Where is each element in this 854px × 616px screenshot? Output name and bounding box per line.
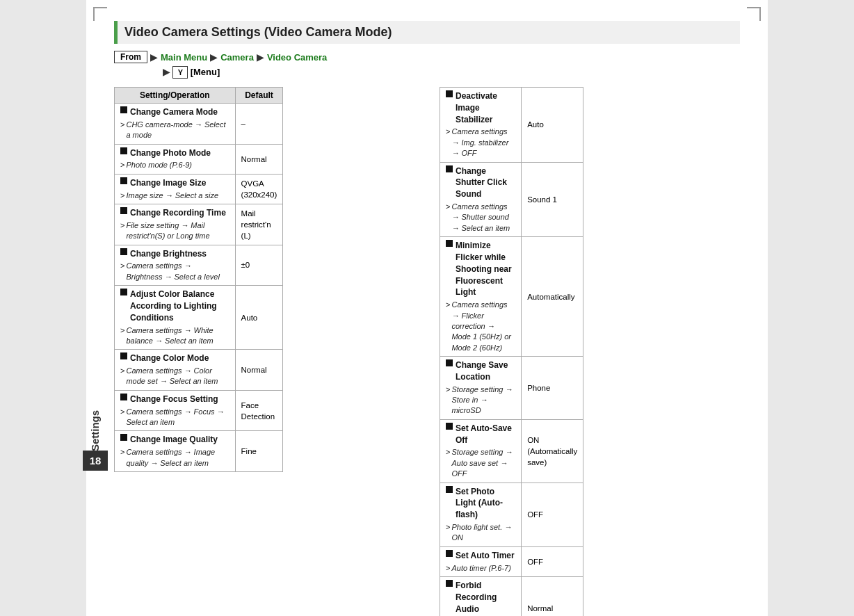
bullet-icon <box>120 177 127 184</box>
breadcrumb-video-camera: Video Camera <box>267 52 327 63</box>
setting-title: Set Auto-Save Off <box>456 423 515 446</box>
path-text: Camera settings → Color mode set → Selec… <box>126 366 229 387</box>
setting-path: >Camera settings → White balance → Selec… <box>120 325 229 347</box>
breadcrumb-menu-label: [Menu] <box>191 67 220 77</box>
path-arrow: > <box>446 563 450 574</box>
breadcrumb-arrow-3: ▶ <box>257 51 264 63</box>
path-text: Camera settings → Flicker correction → M… <box>451 300 515 353</box>
breadcrumb-main-menu: Main Menu <box>161 52 207 63</box>
setting-row-title: Adjust Color Balance According to Lighti… <box>120 289 229 323</box>
default-cell: – <box>235 104 283 145</box>
path-arrow: > <box>446 202 450 212</box>
path-arrow: > <box>120 447 124 457</box>
table-row: Deactivate Image Stabilizer>Camera setti… <box>440 88 583 163</box>
setting-title: Change Recording Time <box>130 207 226 219</box>
default-cell: Auto <box>522 88 583 163</box>
path-text: Storage setting → Store in → microSD <box>451 384 515 416</box>
bullet-icon <box>120 147 127 154</box>
setting-title: Forbid Recording Audio <box>456 580 515 615</box>
setting-row-title: Set Auto-Save Off <box>446 423 515 446</box>
setting-cell: Change Brightness>Camera settings → Brig… <box>115 245 236 286</box>
setting-title: Change Save Location <box>456 359 515 383</box>
setting-cell: Change Photo Mode>Photo mode (P.6-9) <box>115 144 236 174</box>
default-cell: Auto <box>235 286 283 350</box>
path-text: Camera settings → Brightness → Select a … <box>126 261 229 282</box>
setting-title: Change Image Size <box>130 177 206 189</box>
default-cell: Automatically <box>522 237 583 357</box>
path-arrow: > <box>446 447 450 457</box>
setting-path: >Image size → Select a size <box>120 191 229 201</box>
corner-mark-tl <box>93 7 107 21</box>
default-cell: Sound 1 <box>522 162 583 237</box>
table-row: Change Save Location>Storage setting → S… <box>440 357 583 420</box>
setting-cell: Minimize Flicker while Shooting near Flu… <box>440 237 522 357</box>
setting-path: >Photo light set. → ON <box>446 522 515 544</box>
setting-path: >Camera settings → Img. stabilizer → OFF <box>446 127 515 159</box>
setting-title: Change Focus Setting <box>130 394 218 405</box>
table-row: Set Auto Timer>Auto timer (P.6-7)OFF <box>440 546 583 576</box>
setting-row-title: Change Focus Setting <box>120 394 229 405</box>
path-text: Camera settings → Img. stabilizer → OFF <box>451 127 515 159</box>
breadcrumb-menu-row: ▶ Y [Menu] <box>163 66 740 79</box>
bullet-icon <box>446 359 453 366</box>
bullet-icon <box>446 423 453 430</box>
setting-row-title: Set Photo Light (Auto-flash) <box>446 486 515 521</box>
page-title: Video Camera Settings (Video Camera Mode… <box>114 21 740 44</box>
path-text: Photo light set. → ON <box>451 522 515 544</box>
bullet-icon <box>120 352 127 359</box>
setting-title: Change Image Quality <box>130 434 218 446</box>
table-row: Set Auto-Save Off>Storage setting → Auto… <box>440 419 583 483</box>
setting-cell: Change Color Mode>Camera settings → Colo… <box>115 350 236 391</box>
table-row: Change Color Mode>Camera settings → Colo… <box>115 350 283 391</box>
setting-cell: Forbid Recording Audio>Movie type set → … <box>440 576 522 616</box>
setting-row-title: Minimize Flicker while Shooting near Flu… <box>446 240 515 298</box>
default-cell: Face Detection <box>235 390 283 431</box>
setting-path: >Auto timer (P.6-7) <box>446 563 515 574</box>
setting-row-title: Set Auto Timer <box>446 550 515 562</box>
left-settings-table: Setting/Operation Default Change Camera … <box>114 87 283 472</box>
setting-row-title: Forbid Recording Audio <box>446 580 515 615</box>
setting-path: >Photo mode (P.6-9) <box>120 160 229 170</box>
setting-path: >Camera settings → Image quality → Selec… <box>120 447 229 469</box>
bullet-icon <box>446 580 453 587</box>
breadcrumb-from: From <box>114 51 147 63</box>
setting-cell: Change Shutter Click Sound>Camera settin… <box>440 162 522 237</box>
setting-row-title: Change Shutter Click Sound <box>446 165 515 200</box>
setting-cell: Set Auto Timer>Auto timer (P.6-7) <box>440 546 522 576</box>
path-arrow: > <box>120 120 124 130</box>
path-text: Camera settings → Shutter sound → Select… <box>451 202 515 234</box>
bullet-icon <box>120 394 127 400</box>
path-text: Auto timer (P.6-7) <box>451 563 510 574</box>
setting-row-title: Change Color Mode <box>120 352 229 364</box>
default-cell: QVGA (320x240) <box>235 174 283 204</box>
setting-path: >Camera settings → Flicker correction → … <box>446 300 515 353</box>
col-header-default: Default <box>235 88 283 104</box>
setting-cell: Change Save Location>Storage setting → S… <box>440 357 522 420</box>
setting-title: Change Color Mode <box>130 352 209 364</box>
setting-cell: Change Image Size>Image size → Select a … <box>115 174 236 204</box>
path-arrow: > <box>120 261 124 271</box>
setting-path: >Camera settings → Color mode set → Sele… <box>120 366 229 387</box>
default-cell: Normal <box>522 576 583 616</box>
default-cell: Fine <box>235 431 283 472</box>
path-arrow: > <box>446 127 450 137</box>
path-arrow: > <box>120 366 124 376</box>
table-row: Change Brightness>Camera settings → Brig… <box>115 245 283 286</box>
setting-title: Set Photo Light (Auto-flash) <box>456 486 515 521</box>
path-text: Camera settings → Focus → Select an item <box>126 407 229 428</box>
setting-row-title: Change Brightness <box>120 248 229 260</box>
right-table-wrapper: Deactivate Image Stabilizer>Camera setti… <box>440 87 740 616</box>
main-wrapper: Settings 18 Video Camera Settings (Video… <box>114 21 740 616</box>
setting-row-title: Change Photo Mode <box>120 147 229 159</box>
path-text: Camera settings → White balance → Select… <box>126 325 229 347</box>
path-text: CHG camera-mode → Select a mode <box>126 120 229 141</box>
bullet-icon <box>120 248 127 255</box>
setting-title: Minimize Flicker while Shooting near Flu… <box>456 240 515 298</box>
setting-path: >Camera settings → Shutter sound → Selec… <box>446 202 515 234</box>
path-text: Camera settings → Image quality → Select… <box>126 447 229 469</box>
breadcrumb-arrow-1: ▶ <box>150 51 158 63</box>
bullet-icon <box>446 90 453 97</box>
breadcrumb: From ▶ Main Menu ▶ Camera ▶ Video Camera <box>114 51 740 63</box>
path-text: File size setting → Mail restrict'n(S) o… <box>126 220 229 242</box>
bullet-icon <box>120 289 127 295</box>
